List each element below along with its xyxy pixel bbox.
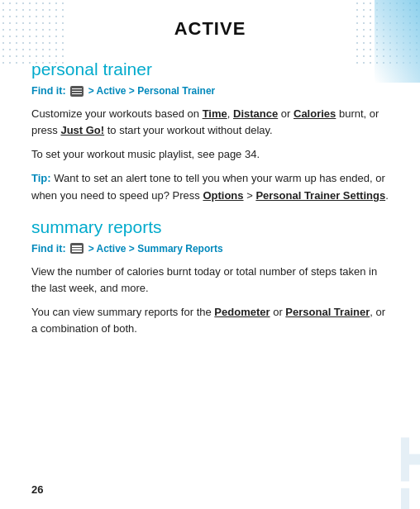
para-pt-2: To set your workout music playlist, see … <box>31 146 389 163</box>
breadcrumb-sr: > Active > Summary Reports <box>88 243 223 254</box>
section-personal-trainer: personal trainer Find it: > Active > Per… <box>31 58 389 204</box>
para-pt-1: Customize your workouts based on Time, D… <box>31 106 389 139</box>
page-header: ACTIVE <box>0 0 420 48</box>
find-it-personal-trainer: Find it: > Active > Personal Trainer <box>31 83 389 99</box>
page-number: 26 <box>31 483 43 496</box>
para-sr-1: View the number of calories burnt today … <box>31 264 389 297</box>
options-bold: Options <box>203 189 243 202</box>
para-sr-2: You can view summary reports for the Ped… <box>31 304 389 337</box>
distance-bold: Distance <box>233 107 278 120</box>
find-it-summary-reports: Find it: > Active > Summary Reports <box>31 241 389 257</box>
breadcrumb-pt: > Active > Personal Trainer <box>88 85 216 97</box>
find-it-label-pt: Find it: <box>31 85 66 97</box>
tip-label-pt: Tip: <box>31 172 51 184</box>
menu-icon-pt <box>70 86 84 97</box>
menu-icon-sr <box>70 243 84 254</box>
pedometer-bold: Pedometer <box>214 306 270 318</box>
personal-trainer-bold-sr: Personal Trainer <box>285 306 370 318</box>
section-title-summary-reports: summary reports <box>31 216 389 238</box>
section-summary-reports: summary reports Find it: > Active > Summ… <box>31 216 389 338</box>
pt-settings-bold: Personal Trainer Settings <box>255 189 385 202</box>
draft-watermark: DRAFT <box>386 434 421 510</box>
find-it-label-sr: Find it: <box>31 243 66 254</box>
time-bold: Time <box>203 107 227 120</box>
main-content: personal trainer Find it: > Active > Per… <box>0 48 420 361</box>
calories-bold: Calories <box>294 107 336 120</box>
page-title: ACTIVE <box>174 18 246 39</box>
section-title-personal-trainer: personal trainer <box>31 58 389 80</box>
justgo-bold: Just Go! <box>60 124 104 136</box>
para-pt-3: Tip: Want to set an alert tone to tell y… <box>31 170 389 203</box>
